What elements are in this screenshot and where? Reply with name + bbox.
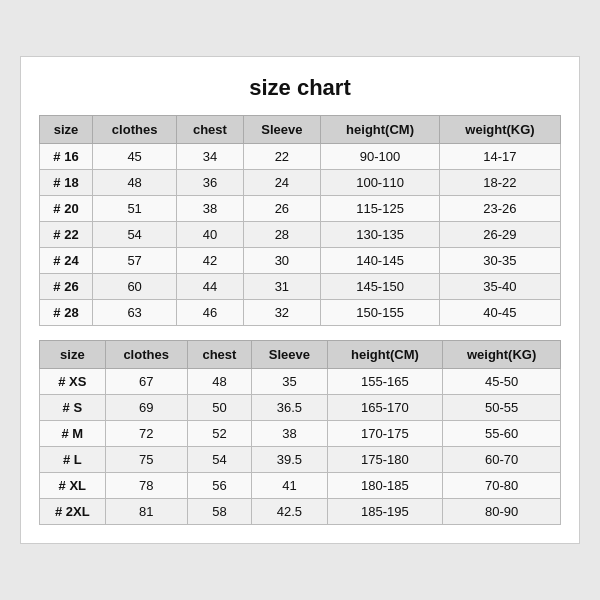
table-cell: 30: [243, 248, 321, 274]
table-row: # XL785641180-18570-80: [40, 473, 561, 499]
table-cell: 58: [187, 499, 252, 525]
table-row: # 26604431145-15035-40: [40, 274, 561, 300]
chart-title: size chart: [39, 75, 561, 101]
table-row: # L755439.5175-18060-70: [40, 447, 561, 473]
table-cell: 42: [177, 248, 243, 274]
table-cell: 24: [243, 170, 321, 196]
table-cell: 150-155: [321, 300, 440, 326]
column-header: size: [40, 341, 106, 369]
table-cell: 185-195: [327, 499, 443, 525]
table-cell: 60: [93, 274, 177, 300]
table1-header-row: sizeclotheschestSleeveheight(CM)weight(K…: [40, 116, 561, 144]
table2-header-row: sizeclotheschestSleeveheight(CM)weight(K…: [40, 341, 561, 369]
table-row: # 1645342290-10014-17: [40, 144, 561, 170]
table-cell: # L: [40, 447, 106, 473]
column-header: height(CM): [321, 116, 440, 144]
table-cell: 69: [105, 395, 187, 421]
column-header: height(CM): [327, 341, 443, 369]
table-row: # 24574230140-14530-35: [40, 248, 561, 274]
table-cell: 180-185: [327, 473, 443, 499]
table-cell: 38: [252, 421, 327, 447]
table-cell: # S: [40, 395, 106, 421]
table-cell: 57: [93, 248, 177, 274]
table-row: # 20513826115-12523-26: [40, 196, 561, 222]
table-cell: 35-40: [439, 274, 560, 300]
table-cell: 46: [177, 300, 243, 326]
table-row: # 22544028130-13526-29: [40, 222, 561, 248]
table-cell: 39.5: [252, 447, 327, 473]
table-cell: 54: [187, 447, 252, 473]
section-divider: [39, 326, 561, 340]
table-cell: 170-175: [327, 421, 443, 447]
table-cell: # 28: [40, 300, 93, 326]
table-cell: 34: [177, 144, 243, 170]
column-header: clothes: [105, 341, 187, 369]
table-cell: 36.5: [252, 395, 327, 421]
table-cell: 23-26: [439, 196, 560, 222]
table-cell: 50: [187, 395, 252, 421]
table-row: # 28634632150-15540-45: [40, 300, 561, 326]
table-cell: 42.5: [252, 499, 327, 525]
table-cell: 32: [243, 300, 321, 326]
table-cell: # 18: [40, 170, 93, 196]
size-chart-card: size chart sizeclotheschestSleeveheight(…: [20, 56, 580, 544]
table-cell: 26: [243, 196, 321, 222]
table-cell: 175-180: [327, 447, 443, 473]
table-cell: # XS: [40, 369, 106, 395]
column-header: chest: [187, 341, 252, 369]
table-cell: 130-135: [321, 222, 440, 248]
table-cell: 60-70: [443, 447, 561, 473]
table-cell: 81: [105, 499, 187, 525]
table-cell: 100-110: [321, 170, 440, 196]
column-header: clothes: [93, 116, 177, 144]
table-cell: # 20: [40, 196, 93, 222]
table-cell: 36: [177, 170, 243, 196]
size-table-2: sizeclotheschestSleeveheight(CM)weight(K…: [39, 340, 561, 525]
column-header: Sleeve: [243, 116, 321, 144]
column-header: weight(KG): [439, 116, 560, 144]
table-cell: 70-80: [443, 473, 561, 499]
table-cell: 26-29: [439, 222, 560, 248]
table-cell: 14-17: [439, 144, 560, 170]
table-cell: 67: [105, 369, 187, 395]
table-cell: 50-55: [443, 395, 561, 421]
table-cell: 52: [187, 421, 252, 447]
table-cell: 48: [187, 369, 252, 395]
column-header: weight(KG): [443, 341, 561, 369]
table-cell: 40: [177, 222, 243, 248]
table-cell: 41: [252, 473, 327, 499]
table-row: # S695036.5165-17050-55: [40, 395, 561, 421]
table-cell: # 22: [40, 222, 93, 248]
table-cell: 22: [243, 144, 321, 170]
table-cell: 38: [177, 196, 243, 222]
table-cell: 31: [243, 274, 321, 300]
table-cell: # 16: [40, 144, 93, 170]
table-cell: 145-150: [321, 274, 440, 300]
table-cell: 45-50: [443, 369, 561, 395]
table-cell: 54: [93, 222, 177, 248]
table-cell: 78: [105, 473, 187, 499]
table-row: # 18483624100-11018-22: [40, 170, 561, 196]
table-cell: 140-145: [321, 248, 440, 274]
table-row: # 2XL815842.5185-19580-90: [40, 499, 561, 525]
table-cell: 45: [93, 144, 177, 170]
table-cell: # 26: [40, 274, 93, 300]
table-row: # M725238170-17555-60: [40, 421, 561, 447]
table-cell: 44: [177, 274, 243, 300]
table-cell: 75: [105, 447, 187, 473]
table-cell: 35: [252, 369, 327, 395]
column-header: Sleeve: [252, 341, 327, 369]
table-cell: 40-45: [439, 300, 560, 326]
table-cell: # M: [40, 421, 106, 447]
table-cell: 63: [93, 300, 177, 326]
table-cell: 115-125: [321, 196, 440, 222]
table-cell: 18-22: [439, 170, 560, 196]
table-cell: 72: [105, 421, 187, 447]
table-cell: 90-100: [321, 144, 440, 170]
table-cell: 28: [243, 222, 321, 248]
column-header: size: [40, 116, 93, 144]
table-cell: 56: [187, 473, 252, 499]
table-cell: 165-170: [327, 395, 443, 421]
table-cell: 51: [93, 196, 177, 222]
table-row: # XS674835155-16545-50: [40, 369, 561, 395]
